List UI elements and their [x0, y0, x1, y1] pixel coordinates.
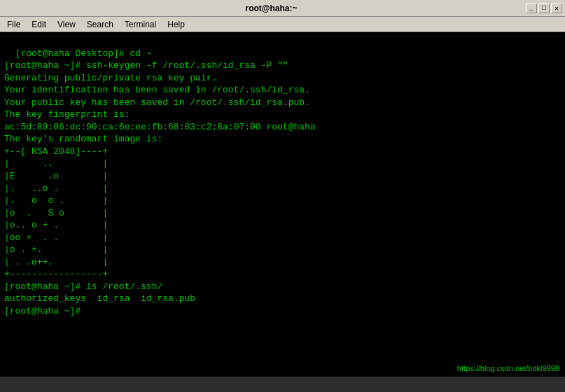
minimize-button[interactable]: _	[526, 4, 537, 13]
menubar: FileEditViewSearchTerminalHelp	[0, 17, 565, 32]
titlebar-title: root@haha:~	[17, 4, 526, 13]
maximize-button[interactable]: □	[538, 4, 550, 13]
watermark: https://blog.csdn.net/bdkl9998	[457, 363, 559, 374]
close-button[interactable]: ✕	[551, 4, 562, 13]
menu-item-edit[interactable]: Edit	[26, 18, 52, 31]
titlebar: root@haha:~ _ □ ✕	[0, 0, 565, 17]
terminal[interactable]: [root@haha Desktop]# cd ~ [root@haha ~]#…	[0, 32, 565, 377]
menu-item-view[interactable]: View	[52, 18, 81, 31]
menu-item-search[interactable]: Search	[81, 18, 119, 31]
menu-item-file[interactable]: File	[1, 18, 26, 31]
titlebar-buttons: _ □ ✕	[526, 4, 562, 13]
menu-item-terminal[interactable]: Terminal	[119, 18, 162, 31]
menu-item-help[interactable]: Help	[162, 18, 190, 31]
